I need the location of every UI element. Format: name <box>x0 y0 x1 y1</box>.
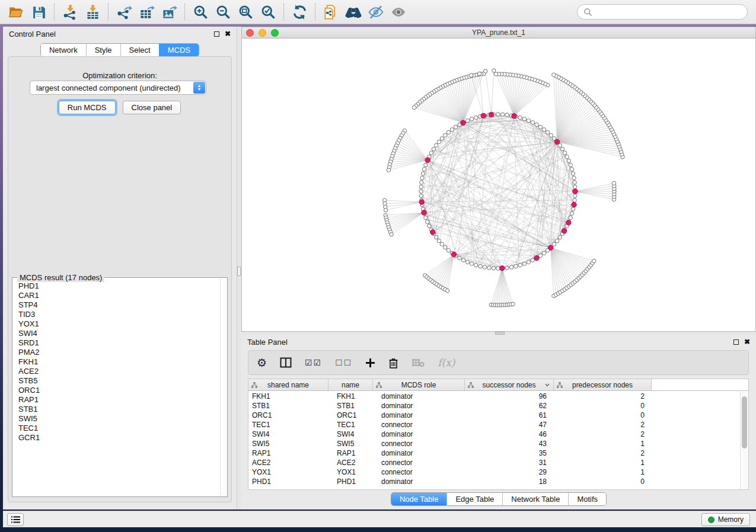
mcds-result-item[interactable]: GCR1 <box>13 433 220 443</box>
cell-name[interactable]: TEC1 <box>328 421 373 429</box>
splitter-handle[interactable] <box>237 267 241 276</box>
close-panel-icon[interactable]: ✖ <box>225 31 231 37</box>
table-options-button[interactable]: ⚙ <box>257 356 267 369</box>
network-canvas[interactable] <box>242 39 755 331</box>
cell-MCDS-role[interactable]: dominator <box>373 402 465 410</box>
mcds-result-item[interactable]: PHD1 <box>13 281 220 291</box>
criterion-dropdown[interactable]: largest connected component (undirected)… <box>30 81 206 95</box>
cell-MCDS-role[interactable]: dominator <box>373 449 465 457</box>
cell-MCDS-role[interactable]: dominator <box>373 392 465 400</box>
cell-name[interactable]: ACE2 <box>328 459 373 467</box>
delete-table-button[interactable] <box>412 358 425 367</box>
mcds-result-item[interactable]: PMA2 <box>13 348 220 357</box>
cell-successor-nodes[interactable]: 46 <box>465 430 554 438</box>
export-table-button[interactable] <box>135 2 158 21</box>
cell-shared-name[interactable]: FKH1 <box>248 392 328 400</box>
mcds-result-item[interactable]: RAP1 <box>13 395 220 405</box>
mcds-result-item[interactable]: STP4 <box>13 300 220 310</box>
tab-edge-table[interactable]: Edge Table <box>446 493 502 505</box>
find-button[interactable] <box>342 2 365 21</box>
table-row[interactable]: ACE2ACE2connector311 <box>248 458 740 467</box>
network-window-titlebar[interactable]: YPA_prune.txt_1 <box>242 27 755 39</box>
show-all-button[interactable] <box>387 2 410 21</box>
cell-predecessor-nodes[interactable]: 0 <box>554 477 652 486</box>
add-column-button[interactable] <box>365 358 375 368</box>
table-row[interactable]: TEC1TEC1connector472 <box>248 420 740 430</box>
select-all-columns-button[interactable]: ☑☑ <box>305 358 322 367</box>
cell-name[interactable]: ORC1 <box>328 411 373 419</box>
cell-shared-name[interactable]: SWI5 <box>248 440 328 448</box>
table-row[interactable]: ORC1ORC1dominator610 <box>248 411 740 420</box>
zoom-out-button[interactable] <box>212 2 234 21</box>
column-header-name[interactable]: name <box>328 379 373 390</box>
mcds-list-scrollbar[interactable] <box>220 278 227 496</box>
cell-shared-name[interactable]: STB1 <box>248 402 328 410</box>
table-row[interactable]: SWI5SWI5connector431 <box>248 439 740 448</box>
scrollbar-thumb[interactable] <box>742 396 747 448</box>
run-mcds-button[interactable]: Run MCDS <box>59 101 116 114</box>
cell-MCDS-role[interactable]: dominator <box>373 411 465 419</box>
open-session-button[interactable] <box>5 2 27 21</box>
cell-MCDS-role[interactable]: dominator <box>373 430 465 438</box>
float-panel-icon[interactable] <box>733 339 739 345</box>
network-view[interactable] <box>242 39 755 331</box>
deselect-all-columns-button[interactable]: ☐☐ <box>335 358 352 367</box>
mcds-result-item[interactable]: TID3 <box>13 310 220 319</box>
cell-shared-name[interactable]: ACE2 <box>248 459 328 467</box>
vertical-splitter[interactable] <box>237 27 241 509</box>
cell-successor-nodes[interactable]: 18 <box>465 477 554 486</box>
import-network-button[interactable] <box>59 2 81 21</box>
cell-successor-nodes[interactable]: 61 <box>465 411 554 419</box>
cell-shared-name[interactable]: YOX1 <box>248 468 328 476</box>
table-scrollbar[interactable] <box>740 392 748 489</box>
table-row[interactable]: YOX1YOX1connector291 <box>248 467 740 477</box>
cell-predecessor-nodes[interactable]: 2 <box>554 430 652 438</box>
cell-successor-nodes[interactable]: 43 <box>465 440 554 448</box>
column-header-successor-nodes[interactable]: successor nodes <box>465 379 554 390</box>
zoom-selected-button[interactable] <box>257 2 279 21</box>
search-input[interactable] <box>596 8 741 16</box>
cell-predecessor-nodes[interactable]: 0 <box>554 402 652 410</box>
cell-MCDS-role[interactable]: connector <box>373 468 465 476</box>
cell-predecessor-nodes[interactable]: 1 <box>554 459 652 467</box>
tab-node-table[interactable]: Node Table <box>391 493 447 505</box>
mcds-result-item[interactable]: FKH1 <box>13 357 220 367</box>
cell-successor-nodes[interactable]: 62 <box>465 402 554 410</box>
cell-successor-nodes[interactable]: 47 <box>465 421 554 429</box>
mcds-result-item[interactable]: SRD1 <box>13 338 220 348</box>
split-columns-button[interactable] <box>280 357 292 368</box>
table-row[interactable]: RAP1RAP1dominator352 <box>248 448 740 458</box>
tab-select[interactable]: Select <box>120 44 159 56</box>
cell-name[interactable]: YOX1 <box>328 468 373 476</box>
mcds-result-item[interactable]: STB1 <box>13 405 220 414</box>
cell-predecessor-nodes[interactable]: 2 <box>554 392 652 400</box>
cell-successor-nodes[interactable]: 29 <box>465 468 554 476</box>
cell-successor-nodes[interactable]: 96 <box>465 392 554 400</box>
export-image-button[interactable] <box>158 2 180 21</box>
clone-network-button[interactable] <box>320 2 342 21</box>
cell-name[interactable]: FKH1 <box>328 392 373 400</box>
cell-shared-name[interactable]: TEC1 <box>248 421 328 429</box>
cell-name[interactable]: SWI5 <box>328 440 373 448</box>
mcds-result-item[interactable]: YOX1 <box>13 319 220 329</box>
cell-shared-name[interactable]: ORC1 <box>248 411 328 419</box>
cell-predecessor-nodes[interactable]: 2 <box>554 449 652 457</box>
cell-MCDS-role[interactable]: dominator <box>373 477 465 486</box>
cell-MCDS-role[interactable]: connector <box>373 459 465 467</box>
tab-network-table[interactable]: Network Table <box>502 493 568 505</box>
tab-motifs[interactable]: Motifs <box>568 493 606 505</box>
cell-successor-nodes[interactable]: 31 <box>465 459 554 467</box>
close-panel-icon[interactable]: ✖ <box>744 339 750 345</box>
mcds-result-item[interactable]: SWI5 <box>13 414 220 424</box>
tab-network[interactable]: Network <box>41 44 86 56</box>
column-header-shared-name[interactable]: shared name <box>248 379 328 390</box>
export-network-button[interactable] <box>113 2 135 21</box>
cell-predecessor-nodes[interactable]: 2 <box>554 421 652 429</box>
hide-unselected-button[interactable] <box>365 2 387 21</box>
close-panel-button[interactable]: Close panel <box>123 101 181 114</box>
cell-name[interactable]: PHD1 <box>328 477 373 486</box>
cell-name[interactable]: SWI4 <box>328 430 373 438</box>
float-panel-icon[interactable] <box>214 31 219 37</box>
zoom-fit-button[interactable] <box>234 2 257 21</box>
cell-predecessor-nodes[interactable]: 1 <box>554 440 652 448</box>
